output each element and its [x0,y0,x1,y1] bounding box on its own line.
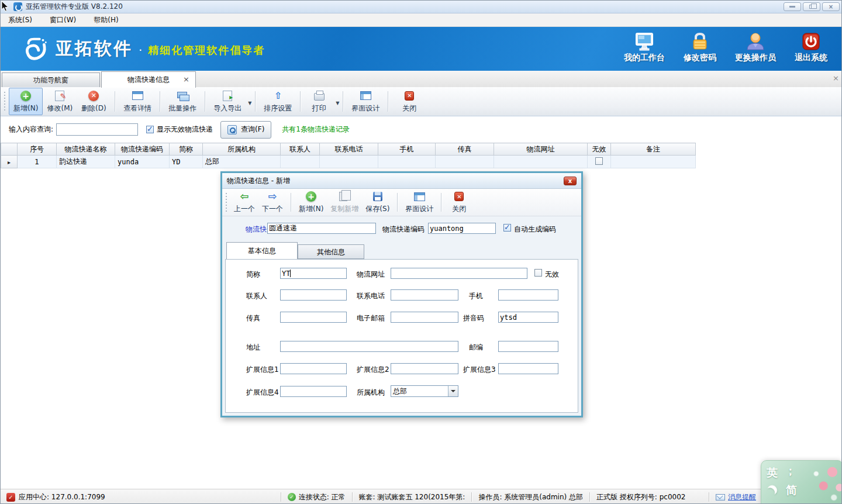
auto-code-checkbox[interactable] [503,224,511,232]
ime-punctuation-toggle[interactable]: ； [785,464,796,479]
ext4-input[interactable] [280,386,347,397]
query-button[interactable]: 查询(F) [220,121,271,139]
dialog-ui-design-button[interactable]: 界面设计 [402,189,437,216]
col-code[interactable]: 物流快递编码 [115,143,170,156]
toolbar-import-export-button[interactable]: 导入导出 ▼ [209,87,251,116]
exit-system-button[interactable]: 退出系统 [795,32,827,63]
col-invalid[interactable]: 无效 [588,143,611,156]
search-input[interactable] [56,123,138,136]
org-label: 所属机构 [357,387,385,398]
change-password-button[interactable]: 修改密码 [684,32,716,63]
toolbar-add-button[interactable]: + 新增(N) [9,88,43,115]
tab-logistics-info[interactable]: 物流快递信息 × [101,71,196,88]
menu-help[interactable]: 帮助(H) [94,15,118,25]
brand-name: 亚拓软件 [56,37,133,61]
dialog-save-button[interactable]: 保存(S) [362,189,393,216]
ext3-input[interactable] [498,363,558,374]
operator-text: 操作员: 系统管理员(admin) 总部 [478,492,583,502]
toolbar-close-button[interactable]: ✕ 关闭 [392,87,426,116]
switch-operator-button[interactable]: 更换操作员 [735,32,776,63]
col-mobile[interactable]: 手机 [378,143,436,156]
ext2-input[interactable] [391,363,458,374]
menu-system[interactable]: 系统(S) [8,15,32,25]
toolbar-delete-button[interactable]: ✕ 删除(D) [77,87,111,116]
chevron-down-icon[interactable] [448,386,458,396]
col-phone[interactable]: 联系电话 [320,143,378,156]
record-count: 共有1条物流快递记录 [282,125,350,134]
dialog-next-button[interactable]: ⇨ 下一个 [258,189,287,216]
col-fax[interactable]: 传真 [436,143,494,156]
col-name[interactable]: 物流快递名称 [57,143,115,156]
minimize-button[interactable] [784,2,801,11]
tab-function-nav[interactable]: 功能导航窗 [2,73,100,87]
dialog-close-toolbar-button[interactable]: ✕ 关闭 [446,189,472,216]
fax-input[interactable] [280,312,347,323]
col-website[interactable]: 物流网址 [494,143,588,156]
org-select[interactable]: 总部 [391,385,458,397]
toolbar-batch-button[interactable]: 批量操作 [164,87,201,116]
toolbar-ui-design-button[interactable]: 界面设计 [347,87,384,116]
dropdown-arrow-icon[interactable]: ▼ [336,101,339,106]
toolbar-print-button[interactable]: 打印 ▼ [305,87,339,116]
save-icon [373,192,382,201]
tab-basic-info[interactable]: 基本信息 [226,242,298,259]
dialog-add-button[interactable]: + 新增(N) [295,189,327,216]
table-row[interactable]: ▸ 1 韵达快递 yunda YD 总部 [1,156,696,168]
zip-input[interactable] [498,341,558,352]
col-org[interactable]: 所属机构 [203,143,281,156]
ime-mode-toggle[interactable]: 简 [786,483,797,498]
tabstrip-close-icon[interactable]: × [833,74,839,82]
dialog-close-button[interactable]: x [564,177,577,185]
my-workbench-button[interactable]: 我的工作台 [624,32,665,63]
phone-input[interactable] [391,289,458,301]
col-contact[interactable]: 联系人 [281,143,320,156]
row-invalid-checkbox[interactable] [595,157,603,165]
status-separator [281,492,281,502]
restore-button[interactable] [803,2,820,11]
tab-close-icon[interactable]: × [183,75,189,84]
col-abbr[interactable]: 简称 [170,143,203,156]
cell-seq: 1 [18,156,57,168]
toolbar-separator [397,193,398,212]
message-link[interactable]: 消息提醒 [728,492,756,502]
ime-language-toggle[interactable]: 英 [767,465,778,481]
website-input[interactable] [391,268,527,279]
close-button[interactable]: × [822,2,840,11]
mobile-input[interactable] [498,289,558,301]
toolbar-sort-button[interactable]: ⇧ 排序设置 [260,87,296,116]
edit-icon [55,91,64,101]
ext1-input[interactable] [280,363,347,374]
menu-window[interactable]: 窗口(W) [50,15,76,25]
toolbar-edit-button[interactable]: 修改(M) [43,87,77,116]
main-toolbar: + 新增(N) 修改(M) ✕ 删除(D) 查看详情 批量操作 导入导出 ▼ ⇧… [1,87,842,116]
connection-ok-icon: ✓ [288,493,296,501]
dialog-header-fields: 物流快递 物流快递编码 自动生成编码 [222,216,581,242]
status-separator [589,492,590,502]
col-remark[interactable]: 备注 [611,143,696,156]
name-input[interactable] [267,223,376,234]
dialog-prev-button[interactable]: ⇦ 上一个 [230,189,258,216]
close-red-icon: ✕ [454,192,464,201]
toolbar-separator [441,193,441,212]
invalid-checkbox[interactable] [534,269,542,277]
contact-label: 联系人 [246,291,267,301]
moon-icon[interactable] [766,484,778,496]
email-input[interactable] [391,312,458,323]
cell-mobile [378,156,436,168]
phone-label: 联系电话 [357,291,385,301]
dialog-copy-add-button[interactable]: 复制新增 [327,189,362,216]
contact-input[interactable] [280,289,347,301]
cell-phone [320,156,378,168]
tab-other-info[interactable]: 其他信息 [298,244,364,259]
abbr-label: 简称 [246,269,260,279]
dropdown-arrow-icon[interactable]: ▼ [248,101,251,106]
pinyin-input[interactable] [498,312,558,323]
menubar: 系统(S) 窗口(W) 帮助(H) [1,13,842,27]
address-input[interactable] [280,341,458,352]
toolbar-detail-button[interactable]: 查看详情 [119,87,156,116]
ime-widget[interactable]: 英 ； 简 [761,460,842,504]
col-seq[interactable]: 序号 [18,143,57,156]
show-invalid-checkbox[interactable] [146,126,154,133]
status-separator [709,492,709,502]
code-input[interactable] [428,223,496,234]
